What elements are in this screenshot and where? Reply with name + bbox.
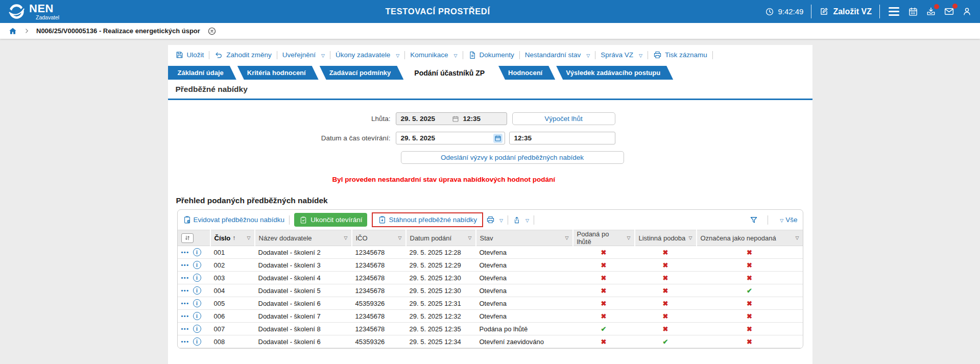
send-invitation-button[interactable]: Odeslání výzvy k podání předběžných nabí… [401,151,624,164]
table-row[interactable]: ••• i 007 Dodavatel - školení 8 12345678… [178,323,803,335]
cell-listinna-podoba: ✖ [635,310,697,323]
vz-administration-menu[interactable]: Správa VZ▽ [601,51,642,59]
filter-caret-icon[interactable]: ▽ [344,235,348,240]
filter-preset-all[interactable]: ▽ Vše [777,216,797,224]
filter-caret-icon[interactable]: ▽ [565,235,569,240]
cell-stav: Otevřena [476,259,573,272]
calendar-icon[interactable] [908,7,918,17]
home-icon[interactable] [8,27,17,36]
opening-date-input[interactable]: 29. 5. 2025 [396,132,505,144]
cell-dodavatel: Dodavatel - školení 2 [255,246,352,259]
row-actions-icon[interactable]: ••• [181,326,189,332]
download-offers-annotation-box: Stáhnout předběžné nabídky [372,212,483,227]
menu-icon[interactable] [888,6,900,17]
table-row[interactable]: ••• i 006 Dodavatel - školení 7 12345678… [178,310,803,323]
filter-caret-icon[interactable]: ▽ [468,235,472,240]
tab[interactable]: Výsledek zadávacího postupu [556,66,673,80]
grid-export-button[interactable]: ▽ [513,216,529,224]
date-picker-icon[interactable] [493,134,503,143]
table-row[interactable]: ••• i 002 Dodavatel - školení 3 12345678… [178,259,803,272]
column-settings-icon[interactable] [181,233,194,243]
info-icon[interactable]: i [193,261,201,269]
discard-changes-button[interactable]: Zahodit změny [214,51,272,59]
column-header-cislo[interactable]: Číslo↑▽ [210,230,255,246]
breadcrumb-record-tab[interactable]: N006/25/V00005136 - Realizace energetick… [36,27,200,35]
table-row[interactable]: ••• i 001 Dodavatel - školení 2 12345678… [178,246,803,259]
nonstandard-state-menu[interactable]: Nestandardní stav▽ [525,51,590,59]
column-header-datum[interactable]: Datum podání▽ [406,230,476,246]
column-settings-header[interactable] [178,230,210,246]
tab[interactable]: Základní údaje [168,66,236,80]
filter-caret-icon[interactable]: ▽ [796,235,799,240]
save-button[interactable]: Uložit [175,51,204,59]
filter-caret-icon[interactable]: ▽ [627,235,631,240]
grid-print-button[interactable]: ▽ [486,215,503,224]
create-vz-button[interactable]: Založit VZ [819,7,872,16]
topbar-divider [879,5,880,18]
filter-icon[interactable] [749,215,758,225]
tab[interactable]: Podání účastníků ZP [404,66,497,80]
column-header-po-lhute[interactable]: Podaná po lhůtě▽ [573,230,635,246]
table-row[interactable]: ••• i 008 Dodavatel - školení 6 45359326… [178,335,803,348]
messages-icon[interactable] [944,6,954,17]
contracting-acts-menu[interactable]: Úkony zadavatele▽ [336,51,399,59]
close-record-icon[interactable] [207,27,217,36]
info-icon[interactable]: i [193,286,201,295]
row-actions-icon[interactable]: ••• [181,300,189,306]
page-background: Uložit Zahodit změny Uveřejnění▽ Úkony z… [0,39,980,364]
deadline-field[interactable]: 29. 5. 2025 12:35 [396,112,507,125]
row-actions-icon[interactable]: ••• [181,313,189,319]
cell-stav: Otevřena [476,272,573,284]
nonstandard-state-warning: Byl proveden nestandardní stav úprava na… [332,176,812,183]
cell-oznacena-nepodana: ✖ [697,335,803,348]
cell-datum: 29. 5. 2025 12:35 [406,323,476,335]
filter-caret-icon[interactable]: ▽ [247,235,251,240]
toolbar-divider [519,51,520,59]
column-header-dodavatel[interactable]: Název dodavatele▽ [255,230,352,246]
info-icon[interactable]: i [193,248,201,256]
table-row[interactable]: ••• i 004 Dodavatel - školení 5 12345678… [178,284,803,297]
column-header-listinna[interactable]: Listinná podoba▽ [635,230,697,246]
chevron-down-icon: ▽ [499,218,503,223]
row-actions-icon[interactable]: ••• [181,249,189,255]
filter-caret-icon[interactable]: ▽ [689,235,692,240]
calculate-deadlines-button[interactable]: Výpočet lhůt [512,112,615,125]
column-header-ico[interactable]: IČO▽ [352,230,406,246]
print-record-button[interactable]: Tisk záznamu [653,51,707,59]
toolbar-divider [404,51,405,59]
info-icon[interactable]: i [193,325,201,333]
tab[interactable]: Kritéria hodnocení [237,66,319,80]
communication-menu[interactable]: Komunikace▽ [410,51,457,59]
cell-stav: Podána po lhůtě [476,323,573,335]
info-icon[interactable]: i [193,274,201,282]
row-actions-icon[interactable]: ••• [181,287,189,294]
toolbar-divider [648,51,648,59]
tab[interactable]: Zadávací podmínky [320,66,404,80]
filter-caret-icon[interactable]: ▽ [398,235,402,240]
row-actions-icon[interactable]: ••• [181,275,189,281]
register-offer-button[interactable]: Evidovat předběžnou nabídku [183,215,285,224]
documents-button[interactable]: Dokumenty [468,51,514,59]
cell-cislo: 003 [210,272,255,284]
info-icon[interactable]: i [193,312,201,320]
downloads-tray-icon[interactable] [926,7,936,17]
table-row[interactable]: ••• i 005 Dodavatel - školení 6 45359326… [178,297,803,310]
row-actions-icon[interactable]: ••• [181,338,189,345]
nen-logo[interactable]: NEN Zadavatel [8,3,59,20]
column-header-stav[interactable]: Stav▽ [476,230,573,246]
row-actions-icon[interactable]: ••• [181,262,189,268]
info-icon[interactable]: i [193,299,201,307]
cell-datum: 29. 5. 2025 12:32 [406,310,476,323]
publication-menu[interactable]: Uveřejnění▽ [282,51,325,59]
table-row[interactable]: ••• i 003 Dodavatel - školení 4 12345678… [178,272,803,284]
tab[interactable]: Hodnocení [498,66,555,80]
session-time: 9:42:49 [778,7,803,16]
download-offers-button[interactable]: Stáhnout předběžné nabídky [378,215,477,224]
chevron-down-icon: ▽ [586,53,590,58]
user-icon[interactable] [962,7,972,16]
opening-time-input[interactable]: 12:35 [509,132,615,144]
printer-icon [653,51,662,59]
finish-opening-button[interactable]: Ukončit otevírání [294,213,367,227]
info-icon[interactable]: i [193,337,201,346]
column-header-nepodana[interactable]: Označena jako nepodaná▽ [697,230,803,246]
